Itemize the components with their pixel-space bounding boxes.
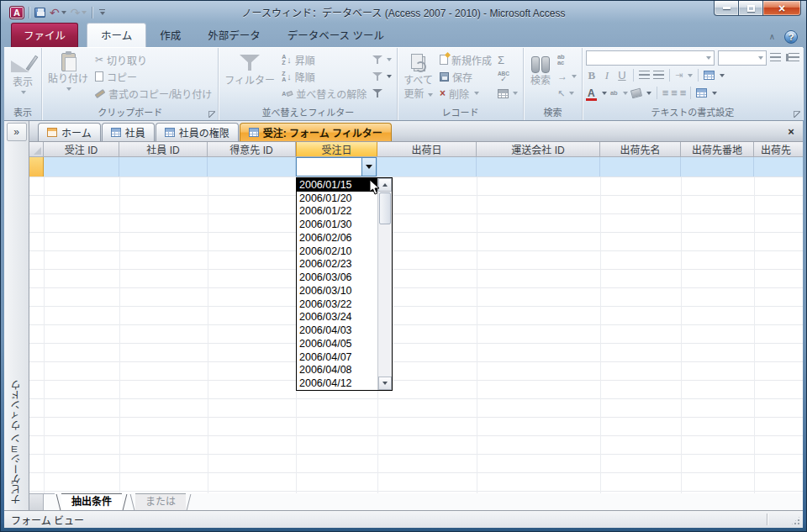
underline-button[interactable]: U xyxy=(616,69,628,82)
document-tab[interactable]: 社員の権限 xyxy=(156,123,239,141)
tab-external-data[interactable]: 外部データ xyxy=(194,24,274,47)
column-header[interactable]: 出荷先番地 xyxy=(681,142,754,156)
column-header[interactable]: 受注 ID xyxy=(44,142,119,156)
dropdown-item[interactable]: 2006/04/12 xyxy=(297,377,377,390)
column-header[interactable]: 出荷先名 xyxy=(600,142,681,156)
save-button[interactable] xyxy=(34,5,46,20)
redo-button[interactable]: ↷ xyxy=(70,5,88,20)
spelling-button[interactable]: ABC✓ xyxy=(495,68,520,85)
filter-cell[interactable] xyxy=(600,157,681,176)
dropdown-item[interactable]: 2006/04/08 xyxy=(297,364,377,377)
dropdown-item[interactable]: 2006/01/15 xyxy=(297,178,377,192)
column-header[interactable]: 受注日 xyxy=(296,142,377,156)
font-name-combo[interactable] xyxy=(586,50,715,66)
sort-ascending-button[interactable]: AZ↓ 昇順 xyxy=(278,51,370,68)
access-logo-icon[interactable]: A xyxy=(9,6,24,19)
dropdown-item[interactable]: 2006/03/10 xyxy=(297,284,377,298)
advanced-filter-button[interactable] xyxy=(370,68,394,85)
select-button[interactable]: ↖ xyxy=(555,85,579,102)
dropdown-item[interactable]: 2006/04/03 xyxy=(297,324,377,337)
sort-descending-button[interactable]: ZA↓ 降順 xyxy=(278,68,370,85)
document-tab[interactable]: ホーム xyxy=(38,123,101,141)
scroll-up-button[interactable] xyxy=(378,178,392,192)
filter-cell[interactable] xyxy=(681,157,754,176)
dropdown-item[interactable]: 2006/03/06 xyxy=(297,271,377,284)
highlight-button[interactable]: ab xyxy=(610,90,618,96)
customize-quick-access-button[interactable] xyxy=(98,9,105,15)
filter-cell[interactable] xyxy=(208,157,296,176)
minimize-button[interactable] xyxy=(714,1,739,16)
replace-button[interactable]: abac xyxy=(555,51,579,68)
undo-button[interactable]: ↶ xyxy=(49,5,67,20)
dropdown-item[interactable]: 2006/02/06 xyxy=(297,231,377,245)
dropdown-item[interactable]: 2006/03/24 xyxy=(297,311,377,324)
order-date-filter-combo[interactable] xyxy=(296,157,377,176)
italic-button[interactable]: I xyxy=(601,69,613,82)
increase-indent-icon[interactable] xyxy=(653,71,664,80)
selection-filter-button[interactable] xyxy=(370,51,394,68)
scrollbar-thumb[interactable] xyxy=(379,192,391,224)
document-tab[interactable]: 受注: フォーム フィルター xyxy=(240,123,392,141)
dropdown-item[interactable]: 2006/02/23 xyxy=(297,258,377,271)
tab-or[interactable]: または xyxy=(135,493,186,510)
font-size-combo[interactable] xyxy=(718,50,767,66)
combo-value[interactable] xyxy=(297,158,361,176)
tab-home[interactable]: ホーム xyxy=(87,23,146,47)
new-record-button[interactable]: 新規作成 xyxy=(436,51,495,68)
dropdown-item[interactable]: 2006/04/05 xyxy=(297,337,377,350)
filter-cell[interactable] xyxy=(754,157,803,176)
copy-button[interactable]: コピー xyxy=(92,68,215,85)
format-painter-button[interactable]: 書式のコピー/貼り付け xyxy=(92,85,215,102)
filter-cell[interactable] xyxy=(377,157,477,176)
filter-cell[interactable] xyxy=(119,157,208,176)
resize-grip[interactable] xyxy=(790,515,801,526)
dropdown-item[interactable]: 2006/01/22 xyxy=(297,205,377,219)
column-header[interactable]: 運送会社 ID xyxy=(477,142,600,156)
refresh-all-button[interactable]: すべて 更新 xyxy=(400,50,436,106)
combo-dropdown-button[interactable] xyxy=(361,158,376,176)
dropdown-item[interactable]: 2006/03/22 xyxy=(297,298,377,311)
paste-button[interactable]: 貼り付け xyxy=(45,50,92,106)
decrease-indent-icon[interactable] xyxy=(639,71,650,80)
grid-body[interactable] xyxy=(29,177,803,493)
filter-cell[interactable] xyxy=(296,157,377,176)
maximize-button[interactable] xyxy=(739,1,762,16)
column-header[interactable]: 出荷先 xyxy=(754,142,803,156)
clipboard-dialog-launcher[interactable] xyxy=(208,111,215,118)
dropdown-item[interactable]: 2006/01/20 xyxy=(297,192,377,205)
cut-button[interactable]: ✂切り取り xyxy=(92,51,215,68)
row-selector-cell[interactable] xyxy=(29,157,44,176)
close-button[interactable]: × xyxy=(762,1,801,16)
align-right-icon[interactable]: ≡ xyxy=(680,87,686,98)
find-button[interactable]: 検索 xyxy=(526,50,555,106)
more-records-button[interactable] xyxy=(495,85,520,102)
dropdown-item[interactable]: 2006/04/07 xyxy=(297,350,377,364)
align-center-icon[interactable]: ≡ xyxy=(671,87,677,98)
save-record-button[interactable]: 保存 xyxy=(436,68,495,85)
row-selector-header[interactable] xyxy=(29,142,44,156)
column-header[interactable]: 出荷日 xyxy=(377,142,477,156)
numbering-icon[interactable] xyxy=(789,53,799,62)
collapse-ribbon-button[interactable]: ∧ xyxy=(767,32,778,42)
toggle-filter-button[interactable] xyxy=(370,85,394,102)
dropdown-item[interactable]: 2006/01/30 xyxy=(297,218,377,231)
bullets-icon[interactable] xyxy=(770,53,781,62)
goto-button[interactable]: → xyxy=(555,68,579,85)
help-button[interactable]: ? xyxy=(784,30,798,44)
close-document-button[interactable]: × xyxy=(779,121,803,141)
font-color-button[interactable]: A xyxy=(586,88,597,98)
filter-cell[interactable] xyxy=(44,157,119,176)
tab-create[interactable]: 作成 xyxy=(146,24,194,47)
dropdown-item[interactable]: 2006/02/10 xyxy=(297,245,377,258)
text-direction-icon[interactable]: ⇥ xyxy=(675,71,683,80)
filter-button[interactable]: フィルター xyxy=(221,50,278,106)
dropdown-scrollbar[interactable] xyxy=(377,178,392,390)
totals-button[interactable]: Σ xyxy=(495,51,520,68)
grid-options-icon[interactable] xyxy=(696,88,707,97)
clear-sort-button[interactable]: A 並べ替えの解除 xyxy=(278,85,370,102)
delete-record-button[interactable]: ×削除 xyxy=(436,85,495,102)
filter-cell[interactable] xyxy=(477,157,600,176)
gridlines-icon[interactable] xyxy=(704,71,715,80)
tab-criteria[interactable]: 抽出条件 xyxy=(61,493,122,510)
view-button[interactable]: 表示 xyxy=(7,50,39,106)
